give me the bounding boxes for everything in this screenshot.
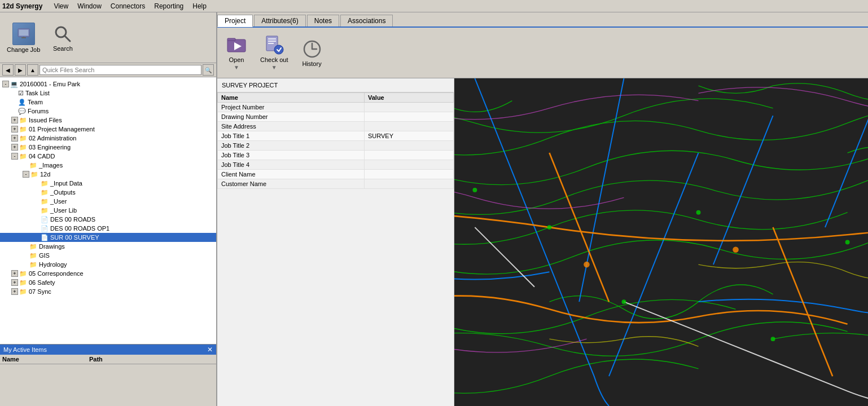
tree-05-correspondence[interactable]: + 📁 05 Correspondence [0,269,216,278]
05-corr-toggle[interactable]: + [11,270,18,277]
tree-outputs[interactable]: 📁 _Outputs [0,188,216,197]
menu-reporting[interactable]: Reporting [154,2,183,10]
active-items-title: My Active Items [3,346,47,353]
table-row[interactable]: Project Number [218,103,454,112]
search-label: Search [53,45,73,52]
table-row[interactable]: Job Title 1SURVEY [218,131,454,141]
checkout-button[interactable]: Check out ▼ [256,33,293,73]
07-sync-toggle[interactable]: + [11,288,18,295]
tab-notes[interactable]: Notes [307,15,339,27]
menu-connectors[interactable]: Connectors [111,2,145,10]
open-button[interactable]: Open ▼ [222,33,251,73]
05-corr-label: 05 Correspondence [29,270,84,277]
12d-toggle[interactable]: - [23,171,29,178]
tree-gis[interactable]: 📁 GIS [0,251,216,260]
tree-input-data[interactable]: 📁 _Input Data [0,179,216,188]
drawings-label: Drawings [39,243,65,250]
attr-value-cell [365,112,454,122]
table-row[interactable]: Job Title 4 [218,160,454,170]
survey-scroll[interactable]: Name Value Project NumberDrawing NumberS… [217,92,454,406]
tree-team[interactable]: 👤 Team [0,98,216,107]
02-admin-label: 02 Administration [29,135,76,142]
06-safety-toggle[interactable]: + [11,279,18,286]
issued-files-icon: 📁 [19,117,27,124]
table-row[interactable]: Site Address [218,122,454,131]
menu-view[interactable]: View [54,2,68,10]
history-icon [302,39,322,59]
01-project-toggle[interactable]: + [11,126,18,133]
sur-survey-icon: 📄 [41,234,49,241]
checkout-icon [264,35,284,55]
table-row[interactable]: Client Name [218,170,454,179]
outputs-label: _Outputs [50,189,76,196]
02-admin-toggle[interactable]: + [11,135,18,142]
active-items-name-col: Name [2,356,87,363]
table-row[interactable]: Job Title 3 [218,151,454,160]
svg-point-20 [584,262,590,268]
nav-forward-button[interactable]: ▶ [15,64,26,76]
attr-name-cell: Drawing Number [218,112,365,122]
tree-hydrology[interactable]: 📁 Hydrology [0,260,216,269]
table-row[interactable]: Job Title 2 [218,141,454,151]
svg-point-15 [696,210,701,215]
tab-project[interactable]: Project [217,15,253,27]
04-cadd-toggle[interactable]: - [11,153,18,160]
tree-task-list[interactable]: ☑ Task List [0,89,216,98]
svg-rect-13 [454,78,868,406]
attr-name-cell: Customer Name [218,179,365,189]
hydrology-icon: 📁 [29,261,37,268]
menu-window[interactable]: Window [77,2,102,10]
tree-issued-files[interactable]: + 📁 Issued Files [0,116,216,125]
tree-sur-survey[interactable]: 📄 SUR 00 SURVEY [0,233,216,242]
tree-07-sync[interactable]: + 📁 07 Sync [0,287,216,296]
change-job-button[interactable]: ▼ Change Job [3,20,43,55]
tree-01-project[interactable]: + 📁 01 Project Management [0,125,216,134]
tree-des-roads[interactable]: 📄 DES 00 ROADS [0,215,216,224]
tab-associations[interactable]: Associations [340,15,393,27]
search-button[interactable]: Search [48,21,77,54]
change-job-icon: ▼ [12,23,35,45]
team-icon: 👤 [18,99,26,106]
search-go-button[interactable]: 🔍 [203,64,214,76]
03-eng-toggle[interactable]: + [11,144,18,151]
team-label: Team [28,99,43,105]
issued-files-toggle[interactable]: + [11,117,18,123]
tree-03-eng[interactable]: + 📁 03 Engineering [0,143,216,152]
search-input[interactable] [40,65,201,75]
active-items-header: My Active Items ✕ [0,345,216,355]
tree-user[interactable]: 📁 _User [0,197,216,206]
attr-value-cell [365,141,454,151]
table-row[interactable]: Customer Name [218,179,454,189]
tree-images[interactable]: 📁 _Images [0,161,216,170]
images-icon: 📁 [29,162,37,169]
nav-row: ◀ ▶ ▲ 🔍 [0,63,216,77]
attr-value-cell [365,151,454,160]
tree-des-roads-op1[interactable]: 📄 DES 00 ROADS OP1 [0,224,216,233]
attr-name-cell: Client Name [218,170,365,179]
tree-root-toggle[interactable]: - [2,81,9,87]
tree-forums[interactable]: 💬 Forums [0,107,216,116]
nav-up-button[interactable]: ▲ [27,64,38,76]
svg-point-11 [274,45,283,54]
12d-label: 12d [40,171,50,178]
tree-root[interactable]: - 💻 20160001 - Emu Park [0,80,216,89]
attr-value-cell [365,170,454,179]
tree-12d[interactable]: - 📁 12d [0,170,216,179]
input-data-label: _Input Data [50,180,82,187]
nav-back-button[interactable]: ◀ [2,64,14,76]
tab-attributes[interactable]: Attributes(6) [254,15,305,27]
table-row[interactable]: Drawing Number [218,112,454,122]
tab-bar: Project Attributes(6) Notes Associations [217,12,868,28]
tree-04-cadd[interactable]: - 📁 04 CADD [0,152,216,161]
active-items-close[interactable]: ✕ [207,346,213,354]
task-list-label: Task List [25,90,50,96]
svg-rect-9 [268,41,276,42]
tree-02-admin[interactable]: + 📁 02 Administration [0,134,216,143]
06-safety-label: 06 Safety [29,279,55,286]
03-eng-icon: 📁 [19,144,27,151]
tree-drawings[interactable]: 📁 Drawings [0,242,216,251]
menu-help[interactable]: Help [192,2,207,10]
tree-06-safety[interactable]: + 📁 06 Safety [0,278,216,287]
tree-user-lib[interactable]: 📁 _User Lib [0,206,216,215]
history-button[interactable]: History [297,37,327,69]
